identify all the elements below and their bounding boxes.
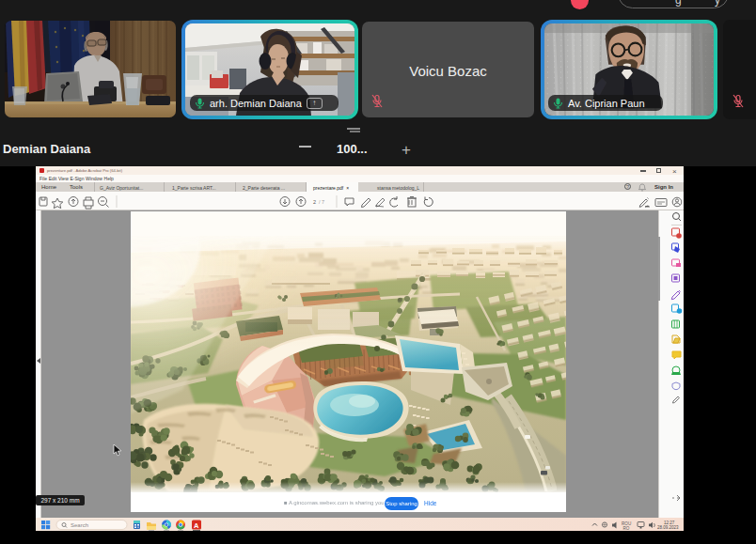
svg-text:RO: RO xyxy=(623,526,630,531)
svg-text:A: A xyxy=(194,521,199,530)
svg-text:2: 2 xyxy=(313,199,316,205)
svg-text:28.09.2023: 28.09.2023 xyxy=(657,525,679,530)
svg-text:/ 7: / 7 xyxy=(319,199,324,205)
svg-text:Search: Search xyxy=(71,522,88,528)
